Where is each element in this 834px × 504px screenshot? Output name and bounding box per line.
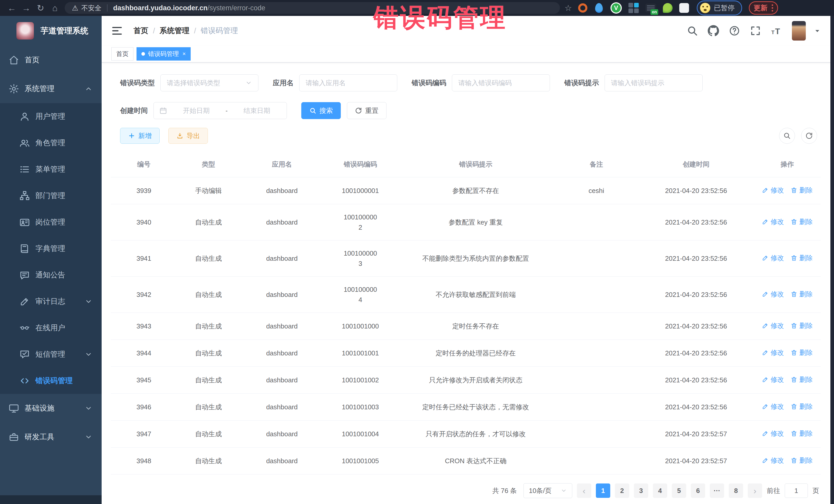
user-avatar[interactable] [792,21,806,41]
extension-green-v-icon[interactable]: V [611,2,622,14]
edit-link[interactable]: 修改 [762,428,784,439]
sidebar-item-home[interactable]: 首页 [0,46,102,74]
bookmark-star-icon[interactable]: ☆ [565,3,572,13]
help-icon[interactable] [729,25,740,37]
sidebar-item-dev-tools[interactable]: 研发工具 [0,423,102,452]
tab-close-icon[interactable]: × [182,50,186,57]
edit-link[interactable]: 修改 [762,321,784,331]
font-size-icon[interactable]: TT [771,25,782,37]
sidebar-item-user-management[interactable]: 用户管理 [0,103,102,130]
page-button-8[interactable]: 8 [729,483,743,498]
browser-forward-icon[interactable]: → [19,3,34,13]
tab-error-code[interactable]: 错误码管理 × [136,47,191,61]
delete-link[interactable]: 删除 [791,374,813,385]
fullscreen-icon[interactable] [750,25,761,37]
page-button-5[interactable]: 5 [672,483,686,498]
extension-orange-ring-icon[interactable] [578,3,587,13]
edit-link[interactable]: 修改 [762,455,784,465]
goto-page-input[interactable] [785,483,808,498]
more-pages-button[interactable]: ··· [710,483,724,498]
sidebar-item-menu-management[interactable]: 菜单管理 [0,156,102,182]
sidebar-item-role-management[interactable]: 角色管理 [0,130,102,156]
delete-link[interactable]: 删除 [791,289,813,299]
cell-remark [554,319,638,334]
delete-link[interactable]: 删除 [791,455,813,465]
edit-link[interactable]: 修改 [762,289,784,299]
page-button-1[interactable]: 1 [596,483,610,498]
edit-link[interactable]: 修改 [762,374,784,385]
extension-green-search-icon[interactable] [663,3,673,13]
sidebar-item-dept-management[interactable]: 部门管理 [0,182,102,209]
sidebar-item-error-code-management[interactable]: 错误码管理 [0,368,102,394]
sidebar-item-notice-announcement[interactable]: 通知公告 [0,262,102,288]
logo-row[interactable]: 芋道管理系统 [0,16,102,46]
search-button[interactable]: 搜索 [301,102,341,119]
browser-scrollbar[interactable] [830,16,834,504]
page-button-2[interactable]: 2 [615,483,629,498]
edit-link[interactable]: 修改 [762,185,784,195]
breadcrumb-home[interactable]: 首页 [133,26,148,36]
search-icon[interactable] [687,25,698,37]
page-size-select[interactable]: 10条/页 [524,483,572,498]
browser-menu-icon[interactable] [772,4,773,12]
sidebar-item-infrastructure[interactable]: 基础设施 [0,394,102,423]
next-page-button[interactable]: › [748,483,762,498]
sidebar-item-dict-management[interactable]: 字典管理 [0,235,102,262]
hamburger-icon[interactable] [111,25,123,37]
edit-link[interactable]: 修改 [762,348,784,358]
extension-list-icon[interactable]: on [645,4,656,12]
chevron-down-icon [85,404,92,412]
extension-grid-icon[interactable] [629,3,639,13]
refresh-table-button[interactable] [801,128,817,144]
address-bar[interactable]: ⚠ 不安全 dashboard.yudao.iocoder.cn /system… [65,2,560,14]
sidebar-item-online-users[interactable]: 在线用户 [0,314,102,341]
delete-link[interactable]: 删除 [791,401,813,412]
edit-link[interactable]: 修改 [762,253,784,263]
browser-back-icon[interactable]: ← [5,3,19,13]
delete-link[interactable]: 删除 [791,321,813,331]
error-type-select[interactable]: 请选择错误码类型 [160,74,258,91]
delete-link-label: 删除 [799,185,813,195]
breadcrumb-system[interactable]: 系统管理 [160,26,190,36]
extension-paused-pill[interactable]: 已暂停 [697,1,742,15]
prev-page-button[interactable]: ‹ [577,483,591,498]
delete-link[interactable]: 删除 [791,428,813,439]
sidebar-item-audit-log[interactable]: 审计日志 [0,288,102,314]
sidebar-item-label: 首页 [25,55,40,65]
sidebar-item-post-management[interactable]: 岗位管理 [0,209,102,235]
pencil-icon [762,187,769,194]
delete-link[interactable]: 删除 [791,217,813,227]
delete-link[interactable]: 删除 [791,348,813,358]
browser-home-icon[interactable]: ⌂ [48,3,62,13]
page-button-3[interactable]: 3 [634,483,648,498]
error-hint-input[interactable] [605,74,703,91]
filter-create-time: 创建时间 开始日期 - 结束日期 搜索 重置 [120,102,387,119]
page-button-6[interactable]: 6 [691,483,705,498]
error-code-input[interactable] [452,74,550,91]
sidebar-collapse-bar[interactable] [0,495,102,504]
export-button[interactable]: 导出 [168,128,208,144]
show-search-button[interactable] [779,128,795,144]
cell-time: 2021-04-20 23:52:56 [638,246,754,271]
extension-blue-drop-icon[interactable] [595,3,603,13]
tab-home[interactable]: 首页 [111,47,133,61]
add-button[interactable]: 新增 [120,128,160,144]
update-button[interactable]: 更新 [754,3,768,13]
delete-link[interactable]: 删除 [791,185,813,195]
browser-reload-icon[interactable]: ↻ [34,3,48,13]
app-name-input[interactable] [299,74,397,91]
extensions-puzzle-icon[interactable] [679,3,689,13]
chevron-down-icon[interactable] [813,27,821,35]
delete-link[interactable]: 删除 [791,253,813,263]
error-code-label: 错误码编码 [412,78,446,88]
sidebar-item-system-management[interactable]: 系统管理 [0,74,102,103]
edit-link[interactable]: 修改 [762,401,784,412]
date-range-picker[interactable]: 开始日期 - 结束日期 [153,102,287,119]
reset-button[interactable]: 重置 [347,102,387,119]
tool-icon [9,432,19,442]
page-button-4[interactable]: 4 [653,483,667,498]
edit-link[interactable]: 修改 [762,217,784,227]
sidebar-item-sms-management[interactable]: 短信管理 [0,341,102,368]
chevron-down-icon [85,298,92,305]
github-icon[interactable] [708,25,719,37]
